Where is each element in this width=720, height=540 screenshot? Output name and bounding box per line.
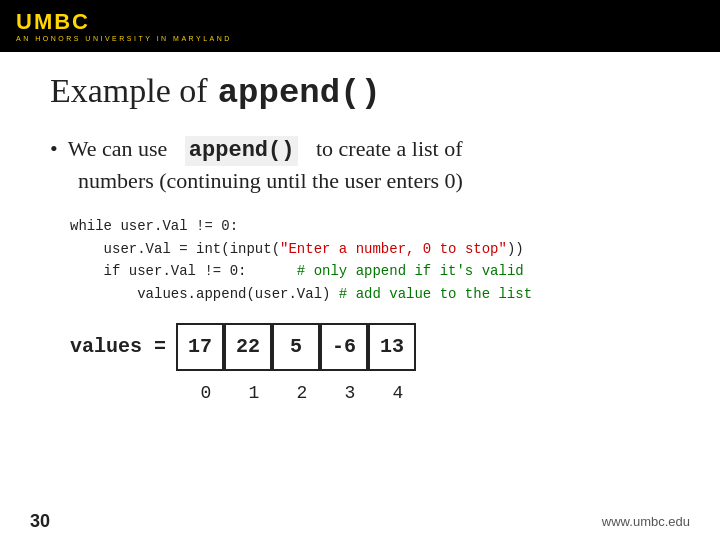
bullet-text-line2: numbers (continuing until the user enter… [78, 168, 463, 193]
bullet-text-after-part1: to create a list of [316, 134, 463, 164]
code-string: "Enter a number, 0 to stop" [280, 241, 507, 257]
umbc-subtitle: AN HONORS UNIVERSITY IN MARYLAND [16, 35, 232, 42]
footer: 30 www.umbc.edu [30, 511, 690, 532]
index-cell-0: 0 [182, 379, 230, 407]
main-content: Example of append() • We can use append(… [0, 52, 720, 417]
value-cell-0: 17 [176, 323, 224, 371]
value-cell-2: 5 [272, 323, 320, 371]
value-cell-4: 13 [368, 323, 416, 371]
bullet-text-before: We can use [68, 134, 168, 164]
index-row: 0 1 2 3 4 [50, 379, 670, 407]
code-line-4: values.append(user.Val) # add value to t… [70, 283, 670, 305]
title-code: append() [218, 74, 381, 112]
bullet-code: append() [185, 136, 299, 166]
umbc-logo: UMBC AN HONORS UNIVERSITY IN MARYLAND [16, 11, 232, 42]
code-comment-2: # add value to the list [339, 286, 532, 302]
bullet-line-1: • We can use append() to create a list o… [50, 134, 670, 166]
title-prefix: Example of [50, 72, 208, 110]
code-line-2: user.Val = int(input("Enter a number, 0 … [70, 238, 670, 260]
umbc-logo-text: UMBC [16, 11, 232, 33]
code-block: while user.Val != 0: user.Val = int(inpu… [50, 215, 670, 305]
page-number: 30 [30, 511, 50, 532]
bullet-dot: • [50, 134, 58, 164]
code-line-1: while user.Val != 0: [70, 215, 670, 237]
index-cell-2: 2 [278, 379, 326, 407]
slide-title: Example of append() [50, 72, 670, 112]
value-cell-1: 22 [224, 323, 272, 371]
code-comment-1: # only append if it's valid [297, 263, 524, 279]
value-cell-3: -6 [320, 323, 368, 371]
bullet-section: • We can use append() to create a list o… [50, 134, 670, 195]
values-section: values = 17 22 5 -6 13 [50, 323, 670, 371]
code-line-3: if user.Val != 0: # only append if it's … [70, 260, 670, 282]
footer-url: www.umbc.edu [602, 514, 690, 529]
bullet-line-2: numbers (continuing until the user enter… [50, 166, 670, 196]
header-bar: UMBC AN HONORS UNIVERSITY IN MARYLAND [0, 0, 720, 52]
index-cell-3: 3 [326, 379, 374, 407]
values-label: values = [70, 335, 166, 358]
index-cell-4: 4 [374, 379, 422, 407]
index-cell-1: 1 [230, 379, 278, 407]
